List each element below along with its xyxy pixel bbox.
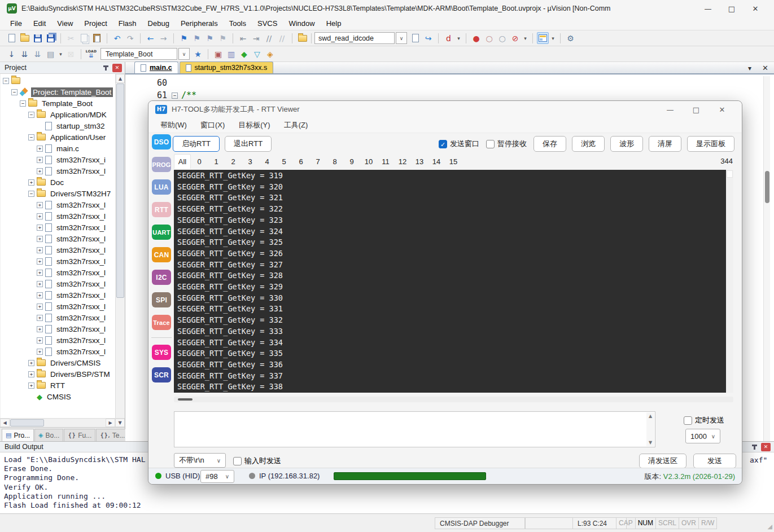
tree-item[interactable]: +Doc — [1, 177, 115, 188]
scrollbar-thumb[interactable] — [10, 419, 44, 427]
rtt-toolbar-button[interactable]: 保存 — [534, 136, 566, 152]
define-search-icon[interactable]: d — [443, 32, 454, 44]
tree-item[interactable]: +stm32h7rsxx_l — [1, 210, 115, 222]
scroll-down-icon[interactable]: ▼ — [649, 440, 652, 445]
rtt-toolbar-button[interactable]: 波形 — [610, 136, 643, 152]
unindent-icon[interactable]: ⇤ — [237, 32, 249, 44]
redo-icon[interactable]: ↷ — [124, 32, 136, 44]
rebuild-all-icon[interactable]: ⇊ — [32, 48, 43, 60]
tree-expander-icon[interactable]: − — [28, 112, 34, 118]
channel-tab-11[interactable]: 11 — [377, 154, 394, 169]
batch-build-icon[interactable]: ▤ — [45, 48, 56, 60]
tab-list-caret-icon[interactable]: ▾ — [748, 64, 751, 72]
save-icon[interactable] — [32, 32, 43, 44]
channel-tab-7[interactable]: 7 — [309, 154, 326, 169]
editor-close-icon[interactable]: ✕ — [762, 64, 768, 72]
pin-icon[interactable] — [754, 445, 755, 450]
send-on-input-checkbox[interactable]: 输入时发送 — [233, 456, 281, 466]
tree-item[interactable]: +main.c — [1, 143, 115, 154]
tree-expander-icon[interactable]: + — [28, 360, 34, 366]
uv-menu-item[interactable]: File — [5, 17, 28, 29]
search-dropdown-button[interactable]: ∨ — [396, 32, 407, 44]
back-icon[interactable]: ← — [145, 32, 156, 44]
tree-item[interactable]: +stm32h7rsxx_i — [1, 154, 115, 165]
stop-build-icon[interactable]: ⊠ — [65, 48, 77, 60]
rtt-terminal[interactable]: SEGGER_RTT_GetKey = 319SEGGER_RTT_GetKey… — [174, 170, 726, 393]
channel-tab-1[interactable]: 1 — [208, 154, 225, 169]
comment-icon[interactable]: // — [263, 32, 275, 44]
rtt-menu-item[interactable]: 工具(Z) — [278, 119, 314, 131]
tree-item[interactable]: +RTT — [1, 380, 115, 391]
target-select[interactable]: Template_Boot — [100, 48, 177, 60]
channel-tab-10[interactable]: 10 — [360, 154, 377, 169]
channel-tab-0[interactable]: 0 — [191, 154, 208, 169]
checkbox-send-window[interactable]: ✓ — [439, 140, 447, 148]
tree-expander-icon[interactable]: + — [37, 225, 43, 231]
window-layout-icon[interactable] — [537, 32, 549, 44]
channel-tab-4[interactable]: 4 — [259, 154, 276, 169]
tree-expander-icon[interactable]: − — [11, 89, 18, 95]
project-panel-close-icon[interactable]: ✕ — [112, 64, 122, 72]
panel-tab-books[interactable]: ◈Bo... — [34, 429, 63, 441]
tree-item[interactable]: −Project: Template_Boot — [1, 86, 115, 98]
new-file-icon[interactable] — [6, 32, 18, 44]
search-input[interactable] — [314, 32, 395, 44]
tree-expander-icon[interactable]: + — [37, 202, 43, 208]
tree-item[interactable]: +stm32h7rsxx_l — [1, 301, 115, 312]
scrollbar-thumb[interactable] — [178, 398, 193, 401]
tree-expander-icon[interactable]: + — [37, 146, 43, 152]
tree-item[interactable]: +stm32h7rsxx_l — [1, 165, 115, 177]
channel-tab-2[interactable]: 2 — [225, 154, 242, 169]
edit-folder-icon[interactable] — [296, 32, 308, 44]
target-options-icon[interactable]: ★ — [192, 48, 204, 60]
uv-menu-item[interactable]: SVCS — [252, 17, 283, 29]
tree-expander-icon[interactable]: + — [37, 337, 43, 344]
breakpoint-enable-all-icon[interactable]: ○ — [496, 32, 508, 44]
channel-tab-14[interactable]: 14 — [428, 154, 445, 169]
tree-item[interactable]: −Application/MDK — [1, 109, 115, 120]
channel-tab-5[interactable]: 5 — [276, 154, 292, 169]
timed-send-checkbox[interactable]: 定时发送 — [684, 415, 724, 425]
terminal-vscrollbar[interactable] — [726, 170, 733, 393]
build-icon[interactable]: ⇊ — [19, 48, 30, 60]
channel-tab-8[interactable]: 8 — [326, 154, 343, 169]
tree-item[interactable]: ◆CMSIS — [1, 391, 115, 402]
tree-item[interactable]: +stm32h7rsxx_l — [1, 199, 115, 210]
rtt-menu-item[interactable]: 窗口(X) — [194, 119, 231, 131]
channel-tab-3[interactable]: 3 — [242, 154, 259, 169]
project-tree-hscrollbar[interactable]: ◀ ▶ ▼ — [0, 418, 125, 427]
tree-expander-icon[interactable]: − — [28, 134, 34, 140]
find-in-files-icon[interactable] — [409, 32, 421, 44]
fold-minus-icon[interactable]: − — [172, 93, 178, 99]
tree-expander-icon[interactable]: + — [37, 315, 43, 321]
open-folder-icon[interactable] — [19, 32, 30, 44]
tree-item[interactable]: +stm32h7rsxx_l — [1, 312, 115, 323]
code-line[interactable]: 60 — [125, 78, 167, 88]
tree-item[interactable]: −Application/User — [1, 131, 115, 143]
pack-installer-icon[interactable]: ◈ — [264, 48, 276, 60]
tree-item[interactable]: +stm32h7rsxx_l — [1, 278, 115, 289]
sidebar-tab-can[interactable]: CAN — [152, 247, 171, 262]
tree-item[interactable]: +stm32h7rsxx_l — [1, 256, 115, 267]
uv-menu-item[interactable]: View — [51, 17, 78, 29]
tree-expander-icon[interactable]: + — [37, 349, 43, 355]
channel-tab-15[interactable]: 15 — [445, 154, 462, 169]
bookmark-clear-icon[interactable]: ⚑ — [217, 32, 229, 44]
target-select-dropdown[interactable]: ∨ — [178, 48, 190, 60]
tree-expander-icon[interactable]: − — [28, 191, 34, 197]
rtt-toolbar-button[interactable]: 清屏 — [649, 136, 681, 152]
channel-tab-9[interactable]: 9 — [343, 154, 360, 169]
indent-icon[interactable]: ⇥ — [250, 32, 262, 44]
channel-tab-6[interactable]: 6 — [292, 154, 309, 169]
tree-expander-icon[interactable]: + — [37, 213, 43, 219]
editor-tab-main-c[interactable]: main.c — [134, 61, 178, 73]
tree-expander-icon[interactable]: + — [37, 168, 43, 174]
copy-icon[interactable] — [78, 32, 90, 44]
minimize-icon[interactable]: — — [657, 105, 683, 114]
scrollbar-thumb[interactable] — [765, 171, 769, 203]
sidebar-tab-spi[interactable]: SPI — [152, 292, 171, 307]
tree-expander-icon[interactable]: + — [37, 304, 43, 310]
exit-rtt-button[interactable]: 退出RTT — [225, 136, 272, 152]
tree-item[interactable]: +stm32h7rsxx_l — [1, 335, 115, 346]
sidebar-tab-i2c[interactable]: I2C — [152, 270, 171, 285]
